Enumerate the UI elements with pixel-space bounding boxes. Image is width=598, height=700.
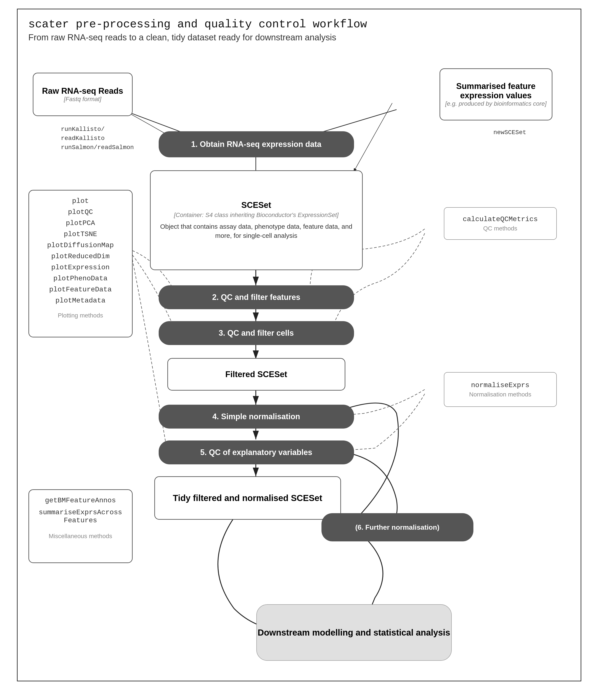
qc-label: QC methods: [483, 225, 517, 232]
misc-label: Miscellaneous methods: [35, 533, 125, 540]
plot-fn-4: plotTSNE: [35, 230, 125, 238]
step2-box: 2. QC and filter features: [159, 285, 354, 309]
misc-fn-1: getBMFeatureAnnos: [35, 497, 125, 504]
plot-fn-2: plotQC: [35, 208, 125, 216]
plot-fn-10: plotMetadata: [35, 297, 125, 305]
norm-function: normaliseExprs: [471, 381, 529, 389]
plot-fn-3: plotPCA: [35, 219, 125, 227]
sceset-subtitle: [Container: S4 class inheriting Biocondu…: [174, 211, 339, 219]
filtered-title: Filtered SCESet: [225, 370, 287, 379]
summarised-subtitle: [e.g. produced by bioinformatics core]: [445, 100, 547, 107]
summarised-title: Summarised feature expression values: [445, 81, 547, 100]
step4-label: 4. Simple normalisation: [212, 412, 300, 421]
step3-box: 3. QC and filter cells: [159, 321, 354, 345]
plotting-methods-box: plot plotQC plotPCA plotTSNE plotDiffusi…: [28, 190, 133, 338]
filtered-box: Filtered SCESet: [167, 358, 345, 391]
step4-box: 4. Simple normalisation: [159, 405, 354, 429]
title-rest: pre-processing and quality control workf…: [69, 18, 367, 31]
step5-box: 5. QC of explanatory variables: [159, 441, 354, 464]
downstream-title: Downstream modelling and statistical ana…: [258, 626, 450, 639]
step1-label: 1. Obtain RNA-seq expression data: [191, 140, 321, 149]
step1-box: 1. Obtain RNA-seq expression data: [159, 131, 354, 157]
qc-function: calculateQCMetrics: [463, 215, 538, 223]
misc-methods-box: getBMFeatureAnnos summariseExprsAcrossFe…: [28, 489, 133, 563]
downstream-box: Downstream modelling and statistical ana…: [256, 604, 452, 661]
qc-methods-box: calculateQCMetrics QC methods: [444, 207, 557, 240]
raw-reads-box: Raw RNA-seq Reads [Fastq format]: [33, 73, 133, 116]
plot-fn-1: plot: [35, 197, 125, 205]
summarised-box: Summarised feature expression values [e.…: [439, 68, 552, 120]
plotting-label: Plotting methods: [35, 312, 125, 319]
plot-fn-7: plotExpression: [35, 264, 125, 271]
new-sceset-label: newSCESet: [494, 129, 526, 136]
step5-label: 5. QC of explanatory variables: [200, 448, 312, 457]
workflow-area: Raw RNA-seq Reads [Fastq format] runKall…: [28, 55, 570, 663]
norm-label: Normalisation methods: [469, 391, 531, 398]
sceset-box: SCESet [Container: S4 class inheriting B…: [150, 170, 363, 270]
plot-fn-6: plotReducedDim: [35, 252, 125, 260]
step6-box: (6. Further normalisation): [321, 513, 473, 541]
title-code: scater: [28, 18, 69, 31]
raw-reads-title: Raw RNA-seq Reads: [42, 86, 123, 96]
plot-fn-9: plotFeatureData: [35, 285, 125, 294]
misc-fn-2: summariseExprsAcrossFeatures: [35, 508, 125, 524]
step3-label: 3. QC and filter cells: [219, 328, 294, 338]
step2-label: 2. QC and filter features: [212, 293, 300, 302]
sceset-body: Object that contains assay data, phenoty…: [157, 222, 356, 240]
norm-methods-box: normaliseExprs Normalisation methods: [444, 372, 557, 407]
plot-fn-5: plotDiffusionMap: [35, 241, 125, 249]
tidy-title: Tidy filtered and normalised SCESet: [173, 492, 322, 504]
svg-line-6: [353, 103, 392, 173]
raw-reads-subtitle: [Fastq format]: [64, 96, 101, 103]
page-title: scater pre-processing and quality contro…: [28, 18, 570, 31]
plot-fn-8: plotPhenoData: [35, 274, 125, 282]
run-kallisto-label: runKallisto/readKallistorunSalmon/readSa…: [61, 125, 134, 152]
tidy-box: Tidy filtered and normalised SCESet: [154, 476, 341, 520]
sceset-title: SCESet: [241, 200, 271, 210]
step6-label: (6. Further normalisation): [355, 523, 439, 531]
page-subtitle: From raw RNA-seq reads to a clean, tidy …: [28, 32, 570, 42]
main-container: scater pre-processing and quality contro…: [17, 9, 581, 681]
